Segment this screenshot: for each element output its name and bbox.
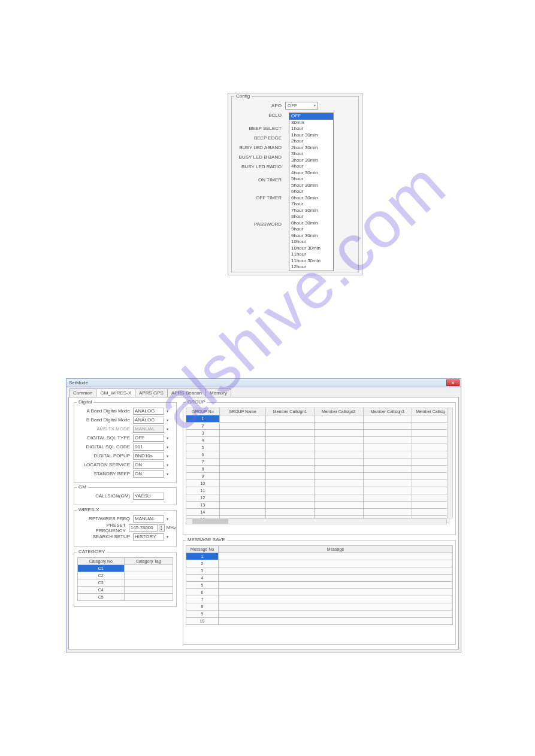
tabstrip: Common GM_WIRES-X APRS GPS APRS Beacon M… [67, 387, 461, 397]
digital-groupbox: Digital A Band Digital ModeANALOG▾ B Ban… [74, 402, 177, 483]
table-row: 1 [186, 553, 453, 560]
digital-title: Digital [77, 399, 93, 405]
dropdown-item[interactable]: 8hour [289, 214, 333, 220]
chevron-down-icon: ▾ [164, 435, 170, 442]
vertical-scrollbar[interactable] [447, 408, 453, 518]
table-row: C2 [78, 572, 173, 579]
table-row: 7 [186, 596, 453, 603]
dropdown-item[interactable]: 11hour [289, 251, 333, 258]
dropdown-item[interactable]: 9hour 30min [289, 233, 333, 239]
chevron-down-icon: ▾ [164, 453, 170, 460]
table-row: 2 [186, 423, 449, 430]
table-row: 6 [186, 451, 449, 459]
dropdown-item[interactable]: 11hour 30min [289, 258, 333, 265]
config-title: Config [234, 93, 252, 99]
table-row: 14 [186, 509, 449, 516]
digital-sql-code-dropdown[interactable]: 001▾ [133, 444, 164, 451]
tab-gm-wiresx[interactable]: GM_WIRES-X [96, 388, 135, 397]
tab-aprs-beacon[interactable]: APRS Beacon [167, 388, 206, 397]
ams-tx-mode-dropdown: MANUAL▾ [133, 426, 164, 433]
dropdown-item[interactable]: 1hour 30min [289, 132, 333, 139]
chevron-down-icon: ▾ [164, 462, 170, 469]
dropdown-item[interactable]: 7hour [289, 201, 333, 208]
wiresx-title: WIRES-X [77, 507, 101, 512]
chevron-down-icon: ▾ [164, 417, 170, 424]
dropdown-item[interactable]: 2hour 30min [289, 145, 333, 151]
table-row: 10 [186, 618, 453, 625]
preset-frequency-input[interactable]: 145.78000 [129, 524, 158, 532]
chevron-down-icon: ▾ [164, 516, 170, 523]
dropdown-item[interactable]: 8hour 30min [289, 220, 333, 227]
table-row: 1 [186, 415, 449, 423]
callsign-input[interactable]: YAESU [133, 493, 164, 500]
rpt-wires-freq-dropdown[interactable]: MANUAL▾ [133, 515, 164, 523]
table-row: 8 [186, 603, 453, 611]
table-row: 13 [186, 502, 449, 509]
search-setup-dropdown[interactable]: HISTORY▾ [133, 533, 164, 541]
dropdown-item[interactable]: 12hour [289, 264, 333, 271]
group-groupbox: GROUP GROUP No GROUP Name Member Callsig… [183, 402, 456, 535]
spin-button[interactable]: ▴▾ [159, 524, 164, 532]
dropdown-item[interactable]: 6hour 30min [289, 195, 333, 202]
table-row: 5 [186, 444, 449, 451]
apo-value: OFF [288, 103, 297, 108]
table-row: C5 [78, 594, 173, 601]
tab-aprs-gps[interactable]: APRS GPS [135, 388, 168, 397]
horizontal-scrollbar[interactable] [186, 518, 447, 524]
config-label: APO [234, 103, 285, 108]
table-row: 8 [186, 466, 449, 473]
standby-beep-dropdown[interactable]: ON▾ [133, 470, 164, 478]
table-row: C3 [78, 579, 173, 587]
digital-popup-dropdown[interactable]: BND10s▾ [133, 453, 164, 460]
table-row: 11 [186, 487, 449, 494]
close-button[interactable]: ✕ [446, 379, 460, 386]
group-table[interactable]: GROUP No GROUP Name Member Callsign1 Mem… [186, 408, 449, 524]
dropdown-item[interactable]: 6hour [289, 189, 333, 195]
dropdown-item[interactable]: 4hour [289, 163, 333, 170]
apo-dropdown[interactable]: OFF ▾ [285, 102, 318, 110]
dropdown-item[interactable]: OFF [289, 113, 333, 120]
chevron-down-icon: ▾ [312, 103, 317, 108]
table-row: 9 [186, 473, 449, 480]
b-band-mode-dropdown[interactable]: ANALOG▾ [133, 417, 164, 424]
setmode-window: SetMode ✕ Common GM_WIRES-X APRS GPS APR… [66, 378, 461, 652]
config-groupbox: Config APO OFF ▾ OFF 30min 1hour 1hour 3… [231, 96, 359, 272]
table-row: 6 [186, 589, 453, 596]
digital-sql-type-dropdown[interactable]: OFF▾ [133, 435, 164, 442]
a-band-mode-dropdown[interactable]: ANALOG▾ [133, 408, 164, 415]
group-table-wrap: GROUP No GROUP Name Member Callsign1 Mem… [186, 408, 453, 524]
table-row: 3 [186, 567, 453, 575]
dropdown-item[interactable]: 1hour [289, 126, 333, 132]
apo-dropdown-list[interactable]: OFF 30min 1hour 1hour 30min 2hour 2hour … [289, 113, 334, 271]
config-panel: Config APO OFF ▾ OFF 30min 1hour 1hour 3… [228, 93, 362, 275]
dropdown-item[interactable]: 5hour [289, 176, 333, 183]
dropdown-item[interactable]: 9hour [289, 226, 333, 233]
tab-common[interactable]: Common [69, 388, 96, 397]
dropdown-item[interactable]: 10hour 30min [289, 245, 333, 252]
dropdown-item[interactable]: 10hour [289, 239, 333, 245]
dropdown-item[interactable]: 3hour 30min [289, 157, 333, 164]
wiresx-groupbox: WIRES-X RPT/WIRES FREQMANUAL▾ PRESET FRE… [74, 510, 177, 547]
tab-content: Digital A Band Digital ModeANALOG▾ B Ban… [68, 397, 459, 649]
dropdown-item[interactable]: 2hour [289, 138, 333, 145]
dropdown-item[interactable]: 7hour 30min [289, 208, 333, 214]
dropdown-item[interactable]: 30min [289, 120, 333, 126]
chevron-down-icon: ▾ [164, 534, 170, 541]
dropdown-item[interactable]: 3hour [289, 151, 333, 157]
location-service-dropdown[interactable]: ON▾ [133, 462, 164, 469]
tab-memory[interactable]: Memory [205, 388, 231, 397]
category-table[interactable]: Category NoCategory Tag C1 C2 C3 C4 C5 [77, 557, 173, 601]
category-title: CATEGORY [77, 549, 107, 554]
gm-title: GM [77, 484, 88, 490]
table-row: 3 [186, 430, 449, 437]
msgsave-title: MESSAGE SAVE [186, 537, 227, 542]
titlebar: SetMode ✕ [67, 379, 461, 387]
msgsave-table[interactable]: Message No Message 12345678910 [186, 545, 453, 625]
table-row: 4 [186, 575, 453, 582]
window-title: SetMode [69, 380, 88, 385]
dropdown-item[interactable]: 4hour 30min [289, 170, 333, 177]
table-row: 9 [186, 611, 453, 618]
config-row-apo: APO OFF ▾ [234, 101, 358, 110]
chevron-down-icon: ▾ [164, 471, 170, 478]
dropdown-item[interactable]: 5hour 30min [289, 183, 333, 189]
